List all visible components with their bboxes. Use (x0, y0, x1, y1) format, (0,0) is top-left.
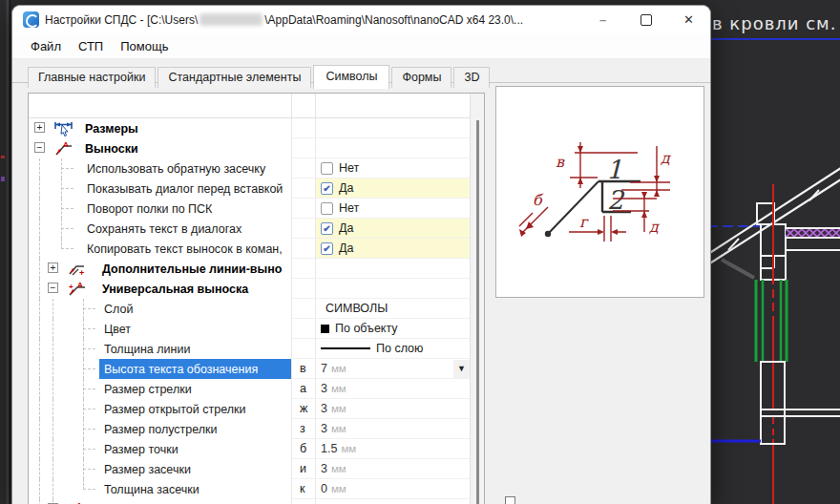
title-suffix: \AppData\Roaming\Nanosoft\nanoCAD x64 23… (264, 13, 523, 27)
checkbox[interactable]: ✔ (321, 222, 333, 235)
checkbox-value-text: Да (339, 181, 353, 195)
checkbox-value-text: Да (339, 221, 353, 235)
tree-row[interactable]: +A (29, 499, 470, 504)
value-number: 1.5 (321, 442, 337, 455)
dimensions-icon (53, 120, 74, 136)
tree-item-label[interactable]: Размер засечки (99, 463, 196, 476)
tree-guide (39, 479, 40, 499)
tree-item-label[interactable]: Размер стрелки (99, 383, 197, 396)
tree-row[interactable]: Размер засечкии3мм (29, 459, 470, 479)
dim-label-v: в (556, 153, 565, 171)
tree-item-label[interactable]: Размер точки (99, 443, 183, 456)
tree-guide (39, 439, 40, 459)
expand-plus-icon[interactable]: + (34, 122, 45, 133)
maximize-button[interactable] (624, 6, 667, 33)
value-unit: мм (331, 363, 346, 374)
scrollbar-thumb[interactable] (476, 120, 479, 504)
tree-row[interactable]: +Размеры (29, 118, 470, 138)
tree-row[interactable]: Показывать диалог перед вставкой✔Да (29, 178, 470, 199)
tree-row[interactable]: Использовать обратную засечкуНет (29, 158, 470, 178)
menu-item-2[interactable]: Помощь (112, 36, 177, 56)
tree-row[interactable]: Размер стрелкиа3мм (29, 379, 470, 399)
collapse-minus-icon[interactable]: − (48, 283, 58, 293)
tree-item-label[interactable]: Показывать диалог перед вставкой (82, 182, 287, 196)
tab-3[interactable]: Формы (391, 67, 452, 88)
tab-2[interactable]: Символы (313, 65, 389, 89)
tree-item-label[interactable]: Толщина засечки (99, 483, 204, 496)
tree-row[interactable]: Размер открытой стрелкиж3мм (29, 399, 470, 419)
tree-item-label[interactable]: Размер полустрелки (99, 423, 222, 436)
checkbox[interactable] (321, 162, 333, 175)
universal-leader-icon: A+ (67, 281, 88, 297)
tree-row[interactable]: Сохранять текст в диалогах✔Да (29, 219, 470, 239)
tree-guide (39, 178, 40, 199)
tree-guide (39, 419, 40, 439)
cad-annotation: в кровли см. 00 (712, 13, 840, 33)
dropdown-arrow-icon[interactable]: ▼ (453, 360, 470, 378)
vertical-scrollbar[interactable] (470, 94, 484, 504)
tree-item-label[interactable]: Слой (99, 303, 137, 316)
param-letter: б (292, 442, 306, 455)
tree-row[interactable]: Высота текста обозначенияв7мм▼ (29, 359, 470, 379)
checkbox[interactable] (321, 202, 333, 215)
settings-dialog: Настройки СПДС - [C:\Users\ \AppData\Roa… (11, 5, 711, 504)
checkbox[interactable]: ✔ (321, 182, 333, 195)
tree-row[interactable]: Копировать текст выносок в коман,✔Да (29, 239, 470, 259)
tree-item-label[interactable]: Толщина линии (99, 343, 195, 356)
svg-text:+: + (79, 268, 84, 277)
value-number: 3 (321, 462, 327, 475)
expand-plus-icon[interactable]: + (48, 262, 58, 273)
tree-item-label[interactable]: Выноски (80, 142, 143, 156)
tree-guide (52, 379, 53, 399)
tree-item-label[interactable]: Сохранять текст в диалогах (82, 222, 246, 236)
menu-item-0[interactable]: Файл (22, 36, 70, 56)
leaders-icon: A (53, 140, 74, 157)
app-icon (23, 11, 39, 28)
tab-4[interactable]: 3D (453, 67, 490, 88)
tree-row[interactable]: ЦветПо объекту (29, 319, 470, 339)
tree-row[interactable]: −AВыноски (29, 138, 470, 158)
dim-label-b: б (533, 191, 544, 209)
tree-guide (52, 459, 53, 479)
checkbox-value-text: Да (339, 242, 353, 255)
grid-header (29, 94, 470, 118)
tree-row[interactable]: ++Дополнительные линии-выно (29, 259, 470, 279)
tree-item-label[interactable]: Высота текста обозначения (99, 363, 262, 376)
tree-item-label[interactable]: Цвет (99, 323, 136, 336)
tree-row[interactable]: Размер точкиб1.5мм (29, 439, 470, 459)
value-unit: мм (341, 443, 356, 454)
tab-1[interactable]: Стандартные элементы (158, 67, 311, 88)
checkbox[interactable]: ✔ (321, 242, 333, 255)
tree-item-label[interactable]: Поворот полки по ПСК (82, 202, 217, 216)
title-prefix: Настройки СПДС - [C:\Users\ (45, 13, 198, 27)
tree-row[interactable]: −A+Универсальная выноска (29, 279, 470, 299)
tree-rows: +Размеры−AВыноскиИспользовать обратную з… (29, 118, 470, 504)
tree-row[interactable]: Толщина линииПо слою (29, 339, 470, 359)
menu-item-1[interactable]: СТП (70, 36, 112, 56)
value-unit: мм (331, 463, 346, 474)
tree-item-label[interactable]: Размеры (80, 122, 143, 136)
tree-item-label[interactable]: Копировать текст выносок в коман, (82, 242, 287, 256)
value-unit: мм (331, 383, 346, 394)
checkbox-value-text: Нет (339, 161, 359, 175)
tree-item-label[interactable]: Универсальная выноска (97, 283, 253, 296)
tree-row[interactable]: Поворот полки по ПСКНет (29, 199, 470, 219)
partial-checkbox[interactable] (505, 496, 515, 504)
collapse-minus-icon[interactable]: − (34, 142, 45, 153)
tree-item-label[interactable]: Размер открытой стрелки (99, 403, 250, 416)
tree-row[interactable]: Толщина засечкик0мм (29, 479, 470, 499)
tab-0[interactable]: Главные настройки (28, 67, 156, 88)
minimize-button[interactable]: – (581, 6, 624, 33)
tree-row[interactable]: Размер полустрелкиз3мм (29, 419, 470, 439)
title-bar[interactable]: Настройки СПДС - [C:\Users\ \AppData\Roa… (12, 6, 710, 33)
tree-item-label[interactable]: Использовать обратную засечку (82, 162, 270, 176)
tree-row[interactable]: СлойСИМВОЛЫ (29, 299, 470, 319)
checkbox-value-text: Нет (339, 201, 359, 215)
close-button[interactable]: ✕ (667, 6, 710, 33)
tree-guide (52, 319, 53, 339)
tree-guide (52, 339, 53, 359)
value-number[interactable]: 7 (321, 362, 327, 375)
tree-guide (39, 339, 40, 359)
tree-item-label[interactable]: Дополнительные линии-выно (97, 262, 286, 276)
svg-text:+: + (69, 283, 74, 291)
